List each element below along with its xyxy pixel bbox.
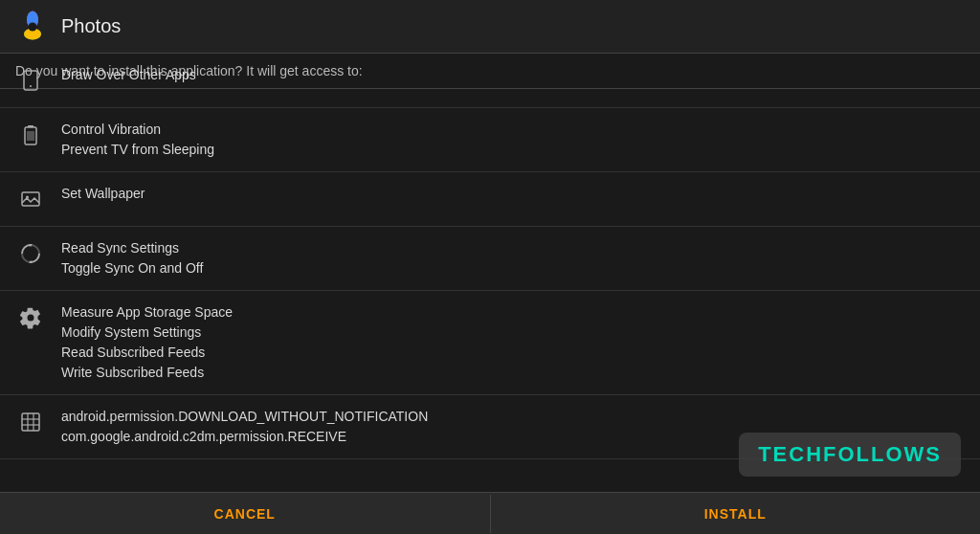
perm-vibration-label: Control Vibration [61, 120, 214, 140]
svg-rect-9 [27, 131, 34, 141]
perm-write-feeds-label: Write Subscribed Feeds [61, 363, 233, 383]
svg-rect-10 [22, 192, 39, 206]
permissions-scroll-area: Draw Over Other Apps Control Vibration P… [0, 54, 980, 492]
svg-point-4 [29, 22, 37, 31]
perm-network-texts: android.permission.DOWNLOAD_WITHOUT_NOTI… [61, 407, 428, 447]
battery-icon [15, 120, 46, 150]
perm-wallpaper-label: Set Wallpaper [61, 184, 145, 204]
dialog-footer: CANCEL INSTALL [0, 492, 980, 534]
permission-storage: Measure App Storage Space Modify System … [0, 291, 980, 395]
phone-icon [15, 65, 46, 96]
svg-rect-14 [22, 413, 39, 431]
image-icon [15, 184, 46, 214]
perm-c2dm-label: com.google.android.c2dm.permission.RECEI… [61, 427, 428, 447]
app-icon [15, 10, 50, 44]
permission-sync: Read Sync Settings Toggle Sync On and Of… [0, 227, 980, 291]
perm-read-sync-label: Read Sync Settings [61, 238, 203, 258]
install-button[interactable]: INSTALL [491, 495, 981, 533]
permission-vibration: Control Vibration Prevent TV from Sleepi… [0, 108, 980, 172]
app-title: Photos [61, 15, 121, 37]
perm-modify-system-label: Modify System Settings [61, 323, 233, 343]
app-header: Photos [0, 0, 980, 54]
permission-wallpaper: Set Wallpaper [0, 172, 980, 227]
perm-download-label: android.permission.DOWNLOAD_WITHOUT_NOTI… [61, 407, 428, 427]
perm-draw-over-label: Draw Over Other Apps [61, 65, 196, 85]
svg-rect-8 [28, 125, 33, 127]
perm-vibration-texts: Control Vibration Prevent TV from Sleepi… [61, 120, 214, 160]
perm-toggle-sync-label: Toggle Sync On and Off [61, 258, 203, 278]
perm-sync-texts: Read Sync Settings Toggle Sync On and Of… [61, 238, 203, 278]
settings-icon [15, 302, 46, 333]
watermark-text: TECHFOLLOWS [758, 442, 942, 466]
perm-draw-over-texts: Draw Over Other Apps [61, 65, 196, 85]
svg-point-6 [30, 85, 32, 87]
perm-wallpaper-texts: Set Wallpaper [61, 184, 145, 204]
network-icon [15, 407, 46, 437]
permission-draw-over: Draw Over Other Apps [0, 54, 980, 108]
perm-sleep-label: Prevent TV from Sleeping [61, 140, 214, 160]
perm-storage-texts: Measure App Storage Space Modify System … [61, 302, 233, 383]
perm-read-feeds-label: Read Subscribed Feeds [61, 343, 233, 363]
perm-measure-storage-label: Measure App Storage Space [61, 302, 233, 323]
sync-icon [15, 238, 46, 269]
cancel-button[interactable]: CANCEL [0, 495, 491, 533]
watermark-badge: TECHFOLLOWS [739, 433, 961, 477]
